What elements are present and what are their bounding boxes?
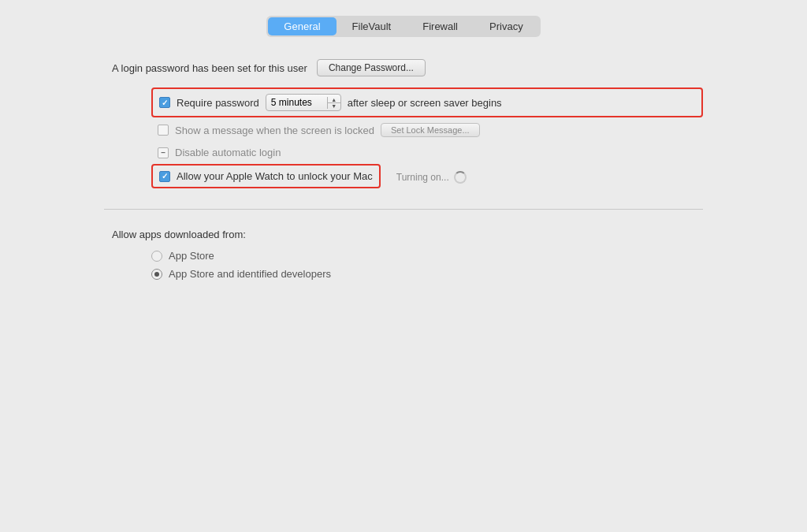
show-message-checkbox[interactable] xyxy=(158,125,169,136)
tab-privacy[interactable]: Privacy xyxy=(474,17,539,35)
radio-options: App Store App Store and identified devel… xyxy=(112,250,703,280)
time-select[interactable]: 5 minutes immediately 5 seconds 1 minute… xyxy=(266,95,327,110)
radio-app-store-identified-label: App Store and identified developers xyxy=(169,268,331,280)
radio-app-store-label: App Store xyxy=(169,250,214,262)
allow-apps-section: Allow apps downloaded from: App Store Ap… xyxy=(104,229,703,280)
section-divider xyxy=(104,209,703,210)
set-lock-message-button[interactable]: Set Lock Message... xyxy=(381,123,480,137)
stepper-down[interactable]: ▼ xyxy=(328,103,340,109)
tab-bar: General FileVault Firewall Privacy xyxy=(266,16,540,37)
disable-login-row: Disable automatic login xyxy=(151,143,703,162)
turning-on-label: Turning on... xyxy=(396,172,449,183)
radio-app-store-identified[interactable] xyxy=(151,269,162,280)
apple-watch-label: Allow your Apple Watch to unlock your Ma… xyxy=(177,170,373,182)
apple-watch-row: Allow your Apple Watch to unlock your Ma… xyxy=(151,164,381,188)
disable-login-label: Disable automatic login xyxy=(175,147,281,158)
time-select-wrapper: 5 minutes immediately 5 seconds 1 minute… xyxy=(266,94,341,111)
require-password-row: Require password 5 minutes immediately 5… xyxy=(151,87,703,117)
radio-row-app-store-identified: App Store and identified developers xyxy=(151,268,703,280)
radio-row-app-store: App Store xyxy=(151,250,703,262)
show-message-label: Show a message when the screen is locked xyxy=(175,125,374,136)
require-password-checkbox[interactable] xyxy=(159,97,170,108)
allow-apps-label: Allow apps downloaded from: xyxy=(112,229,703,240)
time-stepper: ▲ ▼ xyxy=(327,97,340,109)
login-password-row: A login password has been set for this u… xyxy=(104,59,703,76)
tab-filevault[interactable]: FileVault xyxy=(337,17,407,35)
tab-firewall[interactable]: Firewall xyxy=(407,17,474,35)
content-area: A login password has been set for this u… xyxy=(104,59,703,280)
show-message-row: Show a message when the screen is locked… xyxy=(151,119,703,141)
tab-general[interactable]: General xyxy=(268,17,336,35)
require-password-label: Require password xyxy=(177,97,259,109)
options-section: Require password 5 minutes immediately 5… xyxy=(104,87,703,190)
radio-app-store[interactable] xyxy=(151,251,162,262)
after-sleep-label: after sleep or screen saver begins xyxy=(348,97,502,109)
change-password-button[interactable]: Change Password... xyxy=(317,59,426,76)
spinner-icon xyxy=(454,171,467,184)
login-password-label: A login password has been set for this u… xyxy=(112,62,307,74)
apple-watch-checkbox[interactable] xyxy=(159,171,170,182)
disable-login-checkbox[interactable] xyxy=(158,147,169,158)
turning-on-status: Turning on... xyxy=(396,171,467,184)
stepper-up[interactable]: ▲ xyxy=(328,97,340,103)
window: General FileVault Firewall Privacy A log… xyxy=(0,0,807,532)
